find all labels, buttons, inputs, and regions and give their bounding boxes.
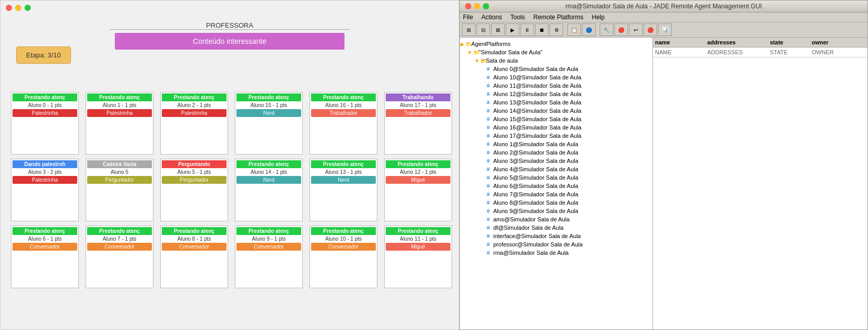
tree-agent-item[interactable]: 🖥Aluno 7@Simulador Sala de Aula [460,190,652,198]
tree-agent-item[interactable]: 🖥rma@Simulador Sala de Aula [460,249,652,257]
agent-icon: 🖥 [484,241,492,248]
menu-remote-platforms[interactable]: Remote Platforms [533,14,584,21]
jade-titlebar: rma@Simulador Sala de Aula - JADE Remote… [460,1,867,13]
student-card: PerguntandoAluno 5 - 1 ptsPerguntador [160,159,228,221]
tree-agent-item[interactable]: 🖥Aluno 0@Simulador Sala de Aula [460,65,652,73]
tree-sala[interactable]: ▼ 📂 Sala de aula [460,56,652,65]
agent-label: df@Simulador Sala de Aula [493,225,564,231]
toolbar-btn-12[interactable]: ↩ [629,23,643,36]
toolbar-btn-7[interactable]: ⚙ [550,23,563,36]
student-status: Prestando atenç [386,160,450,168]
student-status: Trabalhando [386,93,450,101]
agent-icon: 🖥 [484,99,492,106]
jade-table: name addresses state owner NAME ADDRESSE… [653,38,867,329]
toolbar-btn-13[interactable]: 🔴 [644,23,657,36]
professor-area: PROFESSORA Conteúdo interessante [1,21,459,50]
tree-agent-item[interactable]: 🖥Aluno 5@Simulador Sala de Aula [460,173,652,182]
tree-agent-item[interactable]: 🖥professor@Simulador Sala de Aula [460,240,652,249]
conteudo-box: Conteúdo interessante [115,33,344,50]
agent-icon: 🖥 [484,149,492,156]
agent-icon: 🖥 [484,207,492,215]
tree-agent-item[interactable]: 🖥Aluno 12@Simulador Sala de Aula [460,90,652,98]
agent-icon: 🖥 [484,65,492,73]
toolbar-btn-8[interactable]: 📋 [567,23,581,36]
jade-close-button[interactable] [465,3,471,9]
toolbar-btn-11[interactable]: 🔴 [614,23,628,36]
jade-minimize-button[interactable] [474,3,480,9]
agent-label: Aluno 13@Simulador Sala de Aula [493,99,581,105]
student-status: Prestando atenç [13,93,77,101]
platform-folder-icon: ▼ 📁 [469,49,478,56]
student-role: Conversador [87,243,152,251]
toolbar-btn-4[interactable]: ▶ [506,23,519,36]
student-card: Prestando atençAluno 9 - 1 ptsConversado… [235,226,303,288]
professora-label: PROFESSORA [110,21,350,30]
agent-label: Aluno 8@Simulador Sala de Aula [493,199,578,206]
student-role: Nerd [236,176,301,184]
tree-agent-item[interactable]: 🖥interface@Simulador Sala de Aula [460,232,652,240]
tree-root[interactable]: ▶ 📁 AgentPlatforms [460,40,652,48]
tree-agent-item[interactable]: 🖥Aluno 1@Simulador Sala de Aula [460,140,652,148]
tree-agent-item[interactable]: 🖥Aluno 14@Simulador Sala de Aula [460,107,652,115]
tree-agent-item[interactable]: 🖥Aluno 11@Simulador Sala de Aula [460,81,652,90]
tree-agent-item[interactable]: 🖥Aluno 17@Simulador Sala de Aula [460,132,652,140]
toolbar-btn-14[interactable]: 📊 [658,23,672,36]
student-status: Prestando atenç [311,93,376,101]
student-name: Aluno 0 - 1 pts [28,101,62,109]
student-card: Prestando atençAluno 2 - 1 ptsPalestrinh… [160,92,228,155]
tree-agent-item[interactable]: 🖥df@Simulador Sala de Aula [460,223,652,232]
toolbar-btn-9[interactable]: 🔵 [582,23,596,36]
toolbar-btn-6[interactable]: ⏹ [535,23,549,36]
menu-help[interactable]: Help [592,14,605,21]
subh-owner: OWNER [812,49,864,55]
th-owner: owner [812,39,864,45]
jade-maximize-button[interactable] [483,3,489,9]
jade-menubar: File Actions Tools Remote Platforms Help [460,13,867,22]
etapa-box: Etapa: 3/10 [16,46,71,64]
tree-platform-label: "Simulador Sala de Aula" [479,49,542,55]
tree-agent-item[interactable]: 🖥Aluno 9@Simulador Sala de Aula [460,207,652,215]
tree-agent-item[interactable]: 🖥Aluno 8@Simulador Sala de Aula [460,198,652,207]
agent-label: Aluno 12@Simulador Sala de Aula [493,91,581,97]
menu-file[interactable]: File [463,14,473,21]
tree-agent-item[interactable]: 🖥Aluno 10@Simulador Sala de Aula [460,73,652,81]
tree-agent-item[interactable]: 🖥Aluno 3@Simulador Sala de Aula [460,157,652,165]
student-status: Prestando atenç [87,93,152,101]
toolbar-btn-1[interactable]: ⊞ [462,23,475,36]
agent-icon: 🖥 [484,140,492,148]
tree-agent-item[interactable]: 🖥Aluno 13@Simulador Sala de Aula [460,98,652,107]
agent-icon: 🖥 [484,191,492,198]
toolbar-btn-3[interactable]: ⊠ [491,23,505,36]
toolbar-btn-10[interactable]: 🔧 [600,23,613,36]
student-name: Aluno 10 - 1 pts [325,235,362,243]
student-role: Conversador [162,243,227,251]
agent-label: Aluno 15@Simulador Sala de Aula [493,116,581,122]
student-card: Prestando atençAluno 10 - 1 ptsConversad… [310,226,377,288]
toolbar-btn-2[interactable]: ⊟ [477,23,490,36]
toolbar-btn-5[interactable]: ⏸ [520,23,534,36]
agent-label: Aluno 0@Simulador Sala de Aula [493,66,578,72]
tree-agent-item[interactable]: 🖥Aluno 6@Simulador Sala de Aula [460,182,652,190]
agent-label: Aluno 1@Simulador Sala de Aula [493,141,578,147]
tree-agent-item[interactable]: 🖥Aluno 2@Simulador Sala de Aula [460,148,652,157]
tree-agent-item[interactable]: 🖥Aluno 4@Simulador Sala de Aula [460,165,652,173]
tree-agent-item[interactable]: 🖥Aluno 16@Simulador Sala de Aula [460,123,652,132]
student-card: Prestando atençAluno 1 - 1 ptsPalestrinh… [86,92,153,155]
tree-agent-item[interactable]: 🖥ams@Simulador Sala de Aula [460,215,652,223]
student-status: Prestando atenç [162,227,227,235]
maximize-button[interactable] [25,5,31,11]
close-button[interactable] [6,5,12,11]
student-role: Trabalhador [311,109,376,117]
menu-tools[interactable]: Tools [510,14,525,21]
sala-folder-icon: ▼ 📂 [477,57,485,64]
folder-icon: ▶ 📁 [462,40,470,48]
student-role: Palestrinha [87,109,152,117]
agent-icon: 🖥 [484,249,492,256]
tree-agent-item[interactable]: 🖥Aluno 15@Simulador Sala de Aula [460,115,652,123]
menu-actions[interactable]: Actions [481,14,502,21]
students-grid: Prestando atençAluno 0 - 1 ptsPalestrinh… [11,92,455,288]
tree-platform[interactable]: ▼ 📁 "Simulador Sala de Aula" [460,48,652,56]
minimize-button[interactable] [15,5,21,11]
jade-tree[interactable]: ▶ 📁 AgentPlatforms ▼ 📁 "Simulador Sala d… [460,38,653,329]
student-name: Aluno 8 - 1 pts [177,235,211,243]
